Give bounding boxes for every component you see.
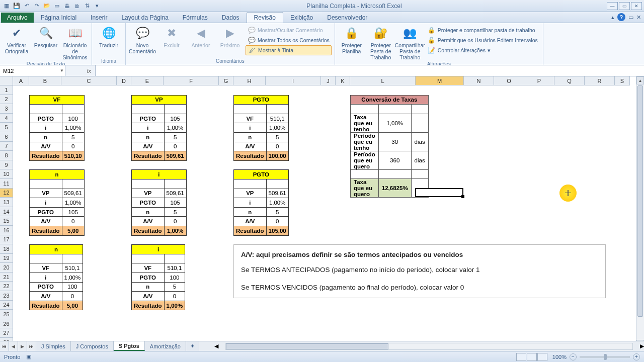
minimize-ribbon-icon[interactable]: ▴ — [611, 14, 614, 21]
row-header-10[interactable]: 10 — [0, 169, 13, 179]
tab-home[interactable]: Página Inicial — [34, 13, 84, 23]
row-header-24[interactable]: 24 — [0, 301, 13, 310]
select-all-corner[interactable] — [0, 76, 13, 85]
calc-table-tbl4[interactable]: nVP509,61i1,00%PGTO105A/V0Resultado5,00 — [29, 169, 85, 235]
prev-comment-button[interactable]: ◀Anterior — [187, 25, 214, 48]
new-sheet-button[interactable]: ✦ — [186, 341, 199, 351]
col-header-J[interactable]: J — [321, 76, 336, 85]
row-header-18[interactable]: 18 — [0, 244, 13, 254]
row-header-11[interactable]: 11 — [0, 179, 13, 189]
protect-share-button[interactable]: 🔒Proteger e compartilhar pasta de trabal… — [426, 25, 540, 35]
row-header-19[interactable]: 19 — [0, 254, 13, 263]
row-header-4[interactable]: 4 — [0, 114, 13, 123]
view-layout-button[interactable] — [527, 353, 537, 361]
col-header-G[interactable]: G — [219, 76, 233, 85]
col-header-A[interactable]: A — [13, 76, 29, 85]
new-icon[interactable]: ▭ — [52, 2, 61, 11]
new-comment-button[interactable]: 💬Novo Comentário — [129, 25, 156, 54]
sheet-tab-amortização[interactable]: Amortização — [145, 341, 186, 351]
col-header-H[interactable]: H — [233, 76, 266, 85]
show-hide-comment-button[interactable]: 💬Mostrar/Ocultar Comentário — [246, 25, 332, 35]
col-header-Q[interactable]: Q — [554, 76, 585, 85]
tab-formulas[interactable]: Fórmulas — [176, 13, 215, 23]
row-header-20[interactable]: 20 — [0, 263, 13, 273]
row-header-14[interactable]: 14 — [0, 207, 13, 217]
research-button[interactable]: 🔍Pesquisar — [32, 25, 59, 48]
row-header-15[interactable]: 15 — [0, 216, 13, 226]
zoom-out-button[interactable]: − — [570, 353, 577, 360]
spelling-button[interactable]: ✔Verificar Ortografia — [3, 25, 30, 54]
name-box[interactable]: M12▼ — [0, 65, 65, 76]
sheet-nav-last-icon[interactable]: ⏭ — [27, 341, 36, 351]
row-header-1[interactable]: 1 — [0, 85, 13, 95]
view-normal-button[interactable] — [516, 353, 526, 361]
help-icon[interactable]: ? — [617, 13, 625, 21]
col-header-D[interactable]: D — [117, 76, 131, 85]
excel-icon[interactable]: ▦ — [2, 2, 11, 11]
zoom-in-button[interactable]: + — [633, 353, 640, 360]
close-button[interactable]: ✕ — [631, 2, 642, 10]
calc-table-tbl3[interactable]: PGTOVF510,1i1,00%n5A/V0Resultado100,00 — [233, 95, 289, 161]
col-header-E[interactable]: E — [131, 76, 164, 85]
calc-table-tbl5[interactable]: iVP509,61PGTO105n5A/V0Resultado1,00% — [131, 169, 187, 235]
spreadsheet-grid[interactable]: ABCDEFGHIJKLMNOPQRS 12345678910111213141… — [0, 76, 644, 348]
show-ink-button[interactable]: 🖊Mostrar à Tinta — [246, 45, 332, 55]
macro-record-icon[interactable]: ▣ — [26, 353, 31, 360]
delete-comment-button[interactable]: ✖Excluir — [158, 25, 185, 48]
close-workbook-icon[interactable]: ✕ — [636, 14, 641, 21]
col-header-F[interactable]: F — [164, 76, 219, 85]
show-all-comments-button[interactable]: 💬Mostrar Todos os Comentários — [246, 35, 332, 45]
fx-icon[interactable]: fx — [65, 65, 96, 76]
row-header-23[interactable]: 23 — [0, 291, 13, 301]
protect-sheet-button[interactable]: 🔒Proteger Planilha — [338, 25, 365, 54]
hscroll-right-icon[interactable]: ▶ — [640, 343, 644, 349]
row-header-2[interactable]: 2 — [0, 95, 13, 105]
track-changes-button[interactable]: 📝Controlar Alterações ▾ — [426, 45, 540, 55]
row-header-22[interactable]: 22 — [0, 282, 13, 291]
row-header-16[interactable]: 16 — [0, 226, 13, 235]
col-header-O[interactable]: O — [494, 76, 524, 85]
tab-data[interactable]: Dados — [215, 13, 247, 23]
file-tab[interactable]: Arquivo — [1, 13, 34, 23]
col-header-M[interactable]: M — [416, 76, 464, 85]
col-header-R[interactable]: R — [585, 76, 615, 85]
save-icon[interactable]: 💾 — [12, 2, 21, 11]
col-header-L[interactable]: L — [350, 76, 416, 85]
sheet-nav-next-icon[interactable]: ▶ — [18, 341, 27, 351]
zoom-slider[interactable] — [580, 356, 630, 358]
translate-button[interactable]: 🌐Traduzir — [95, 25, 122, 48]
calc-table-tbl8[interactable]: iVF510,1PGTO100n5A/V0Resultado1,00% — [131, 244, 185, 310]
horizontal-scrollbar[interactable]: ◀ ▶ — [214, 341, 644, 351]
row-header-27[interactable]: 27 — [0, 328, 13, 338]
col-header-B[interactable]: B — [29, 76, 61, 85]
col-header-N[interactable]: N — [464, 76, 494, 85]
row-header-8[interactable]: 8 — [0, 151, 13, 160]
row-header-9[interactable]: 9 — [0, 160, 13, 170]
tab-view[interactable]: Exibição — [283, 13, 320, 23]
col-header-K[interactable]: K — [336, 76, 350, 85]
formula-input[interactable] — [96, 65, 644, 76]
redo-icon[interactable]: ↷ — [32, 2, 41, 11]
thesaurus-button[interactable]: 📖Dicionário de Sinônimos — [61, 25, 89, 60]
calc-table-tbl2[interactable]: VPPGTO105i1,00%n5A/V0Resultado509,61 — [131, 95, 187, 161]
row-header-21[interactable]: 21 — [0, 273, 13, 282]
sort-icon[interactable]: ⇅ — [83, 2, 92, 11]
row-header-17[interactable]: 17 — [0, 235, 13, 245]
row-header-5[interactable]: 5 — [0, 123, 13, 132]
hscroll-thumb[interactable] — [226, 343, 388, 349]
tab-review[interactable]: Revisão — [247, 12, 283, 23]
scroll-up-icon[interactable]: ▲ — [636, 76, 644, 84]
minimize-button[interactable]: — — [607, 2, 618, 10]
calc-table-tbl7[interactable]: nVF510,1i1,00%PGTO100A/V0Resultado5,00 — [29, 244, 83, 310]
row-header-12[interactable]: 12 — [0, 189, 13, 198]
conversion-table[interactable]: Conversão de TaxasTaxa que eu tenho1,00%… — [350, 95, 429, 198]
next-comment-button[interactable]: ▶Próximo — [216, 25, 244, 48]
protect-workbook-button[interactable]: 🔐Proteger Pasta de Trabalho — [367, 25, 394, 60]
sheet-tab-s-pgtos[interactable]: S Pgtos — [114, 341, 145, 351]
tab-developer[interactable]: Desenvolvedor — [320, 13, 374, 23]
calc-table-tbl6[interactable]: PGTOVP509,61i1,00%n5A/V0Resultado105,00 — [233, 169, 289, 235]
view-pagebreak-button[interactable] — [537, 353, 547, 361]
quickprint-icon[interactable]: 🖶 — [62, 2, 71, 11]
hscroll-left-icon[interactable]: ◀ — [214, 343, 218, 349]
row-header-3[interactable]: 3 — [0, 104, 13, 114]
